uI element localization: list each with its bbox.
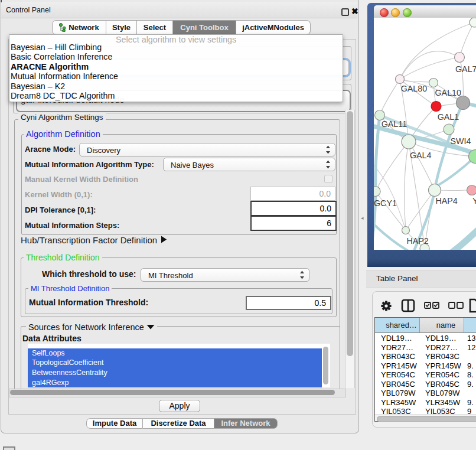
svg-text:GAL11: GAL11: [382, 119, 407, 129]
svg-text:HAP4: HAP4: [435, 196, 457, 206]
svg-text:GAL1: GAL1: [438, 112, 459, 122]
svg-text:GAL7: GAL7: [455, 64, 476, 74]
svg-text:SWI4: SWI4: [450, 136, 471, 146]
svg-text:GCY1: GCY1: [374, 198, 397, 208]
svg-text:HAP2: HAP2: [406, 236, 428, 246]
svg-text:GAL10: GAL10: [435, 88, 462, 97]
svg-text:GAL80: GAL80: [401, 84, 428, 93]
svg-text:GAL4: GAL4: [410, 151, 432, 160]
svg-text:Y: Y: [472, 196, 476, 206]
